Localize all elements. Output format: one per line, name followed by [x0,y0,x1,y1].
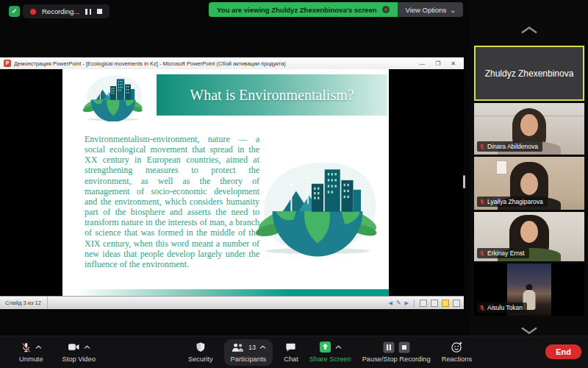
participants-count-badge: 13 [248,344,256,351]
next-slide-icon: ▶ [405,300,409,306]
pause-recording-button[interactable] [85,9,91,15]
wall-picture [496,160,507,174]
shield-icon [196,342,206,353]
zoom-meeting-window: ✓ Recording... You are viewing Zhuldyz Z… [0,0,588,368]
annotate-pen-icon: ✎ [396,300,401,306]
screen-share-banner: You are viewing Zhuldyz Zhexenbinova's s… [209,2,463,17]
normal-view-icon [420,300,427,307]
participant-name-tag: Lyailya Zhagiparova [477,197,548,207]
eco-globe-illustration-small [68,71,158,121]
participant-name-tag: Erkinay Ernst [477,248,529,258]
pause-stop-recording-button[interactable]: Pause/Stop Recording [362,341,431,363]
participants-panel: Zhuldyz Zhexenbinova Dinara Abildenova [470,0,588,368]
slideshow-view-icon [453,300,460,307]
slide-body-text: Environmentalism-environment, nature — a… [85,134,259,269]
slide-title-band: What is Environmentalism? [157,74,387,116]
pause-recording-icon[interactable] [383,342,395,353]
close-icon: ✕ [451,60,456,67]
unmute-button[interactable]: Unmute [19,341,43,363]
reactions-button[interactable]: Reactions [442,341,472,363]
recording-indicator: Recording... [23,4,110,18]
meeting-info-shield-icon[interactable]: ✓ [9,6,20,17]
participant-tile-dinara[interactable]: Dinara Abildenova [474,103,584,155]
window-controls: — ❐ ✕ [415,60,460,67]
participant-tile-erkinay[interactable]: Erkinay Ernst [474,212,584,261]
mic-muted-icon [21,342,32,353]
chevron-up-icon[interactable] [84,345,90,350]
chevron-up-icon[interactable] [520,26,538,34]
banner-recording-icon [382,6,390,13]
slide: What is Environmentalism? Environmentali… [62,69,389,297]
powerpoint-statusbar: Слайд 3 из 12 ◀ ✎ ▶ [0,296,464,309]
minimize-icon: — [419,60,425,67]
slide-stage: What is Environmentalism? Environmentali… [0,69,464,297]
mic-muted-icon [479,250,485,257]
recording-label: Recording... [42,7,79,15]
previous-slide-icon: ◀ [389,300,392,306]
recording-dot-icon [30,9,36,15]
slide-sorter-view-icon [431,300,438,307]
chevron-down-icon: ⌄ [450,6,456,14]
participants-icon [231,342,245,353]
mic-muted-icon [479,144,485,150]
stop-video-button[interactable]: Stop Video [62,341,96,363]
statusbar-divider [414,300,415,307]
powerpoint-app-icon: P [4,60,11,67]
reactions-smiley-icon [451,341,463,353]
participant-name-tag: Dinara Abildenova [477,141,542,152]
statusbar-icons: ◀ ✎ ▶ [389,300,460,307]
participant-name-tag: Aisulu Tokan [477,302,527,313]
share-screen-button[interactable]: Share Screen [309,341,351,363]
reading-view-icon [442,300,449,307]
slide-counter: Слайд 3 из 12 [4,297,48,309]
stop-recording-icon[interactable] [398,342,410,353]
camera-icon [68,342,80,352]
view-options-button[interactable]: View Options ⌄ [398,2,463,17]
slide-header: What is Environmentalism? [62,73,389,118]
share-screen-icon [319,341,331,353]
screen-share-banner-text: You are viewing Zhuldyz Zhexenbinova's s… [217,6,376,14]
screen-share-banner-text-area: You are viewing Zhuldyz Zhexenbinova's s… [209,2,398,17]
chat-button[interactable]: Chat [284,341,298,363]
participant-tile-aisulu[interactable]: Aisulu Tokan [474,263,584,316]
chevron-up-icon[interactable] [35,345,42,350]
shared-powerpoint-window: P Демонстрация PowerPoint - [Ecological … [0,57,464,309]
slide-title: What is Environmentalism? [190,87,354,104]
mic-muted-icon [479,199,485,205]
participant-tile-lyailya[interactable]: Lyailya Zhagiparova [474,157,584,210]
participants-button[interactable]: 13 Participants [224,339,273,366]
end-meeting-button[interactable]: End [545,344,581,359]
participant-tile-zhuldyz[interactable]: Zhuldyz Zhexenbinova [474,46,584,101]
powerpoint-titlebar: P Демонстрация PowerPoint - [Ecological … [0,57,464,69]
maximize-icon: ❐ [435,60,440,67]
chevron-down-scroll-icon[interactable] [520,327,538,334]
security-button[interactable]: Security [188,341,213,363]
participant-name: Zhuldyz Zhexenbinova [485,68,574,79]
powerpoint-window-title: Демонстрация PowerPoint - [Ecological mo… [14,60,412,67]
mic-muted-icon [479,305,485,311]
stop-recording-button[interactable] [97,9,102,14]
meeting-toolbar: Unmute Stop Video [0,336,588,368]
shared-screen-scrollbar[interactable] [463,175,465,188]
eco-globe-illustration-large [252,140,383,269]
chat-bubble-icon [285,342,296,353]
chevron-up-icon[interactable] [335,345,342,350]
chevron-up-icon[interactable] [259,345,266,350]
